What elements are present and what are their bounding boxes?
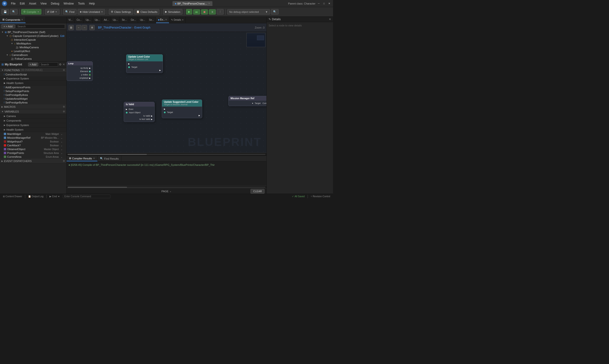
hide-unrelated-dropdown-icon[interactable]: ▼ (101, 11, 103, 13)
variables-section-header[interactable]: ▼ VARIABLES ⊕ (0, 109, 66, 114)
menu-edit[interactable]: Edit (18, 1, 27, 6)
components-add-button[interactable]: + + Add (1, 24, 15, 28)
cmd-dropdown-icon[interactable]: ▼ (58, 195, 60, 198)
var-widget-input[interactable]: WidgetInput? Boolean ⌄ (0, 140, 66, 143)
health-system-header[interactable]: ▶ Health System (0, 81, 66, 85)
stop-button[interactable]: ⏹ (201, 9, 208, 14)
bottom-scroll-thumb[interactable] (67, 187, 127, 188)
canvas-tab-up3[interactable]: Up... (111, 17, 120, 23)
debug-browse-button[interactable]: 🔍 (271, 9, 279, 14)
func-setup-prestige-points[interactable]: f SetupPrestigePoints (0, 89, 66, 93)
var-dropdown-icon[interactable]: ⌄ (61, 144, 63, 147)
menu-asset[interactable]: Asset (27, 1, 38, 6)
menu-debug[interactable]: Debug (49, 1, 61, 6)
tree-item-capsule[interactable]: ▼ ⬡ Capsule Component (CollisionCylinder… (0, 34, 66, 38)
var-dropdown-icon[interactable]: ⌄ (61, 137, 63, 139)
find-results-tab[interactable]: 🔍 Find Results (98, 156, 121, 161)
func-set-prestige-by-area[interactable]: f SetPrestigeByArea (0, 101, 66, 104)
my-blueprint-close[interactable]: ✕ (63, 63, 65, 66)
canvas-tab-details[interactable]: ✎ Details ✕ (169, 17, 186, 23)
var-current-area[interactable]: CurrentArea Enum Areas ⌄ (0, 155, 66, 159)
components-tab[interactable]: ⊞ Components ✕ (0, 17, 26, 23)
blueprint-map-button[interactable]: ⊞ (90, 25, 95, 30)
blueprint-settings-icon[interactable]: ⚙ (59, 63, 62, 66)
my-blueprint-add-button[interactable]: + Add (28, 63, 38, 66)
functions-add-icon[interactable]: ⊕ (63, 68, 65, 72)
debug-object-dropdown[interactable]: No debug object selected ▼ (227, 9, 270, 14)
menu-help[interactable]: Help (87, 1, 97, 6)
tree-item-interaction-capsule[interactable]: ⬡ InteractionCapsule (0, 38, 66, 42)
revision-control-button[interactable]: ⑂ Revision Control (310, 195, 331, 198)
var-dropdown-icon[interactable]: ⌄ (61, 156, 63, 158)
close-button[interactable]: ✕ (327, 2, 331, 5)
compiler-tab-close[interactable]: ✕ (93, 157, 95, 160)
my-blueprint-search-input[interactable] (39, 62, 58, 67)
update-suggested-node[interactable]: Update Suggested Level Color Target is M… (162, 99, 202, 118)
class-settings-button[interactable]: ⚙ Class Settings (109, 9, 133, 14)
canvas-horizontal-scrollbar[interactable] (67, 153, 266, 156)
bottom-scrollbar[interactable] (67, 186, 266, 188)
menu-file[interactable]: File (9, 1, 17, 6)
maximize-button[interactable]: □ (322, 2, 326, 5)
tree-item-camera-boom[interactable]: ▼ ↕ CameraBoom (0, 53, 66, 57)
func-get-prestige-by-area[interactable]: f GetPrestigeByArea (0, 93, 66, 97)
var-mission-manager-ref[interactable]: MissionManagerRef BP Mission Ma... ⌄ (0, 136, 66, 140)
details-close-button[interactable]: ✕ (329, 18, 331, 21)
mission-manager-node[interactable]: Mission Manager Ref ● Target Current... (228, 96, 266, 106)
save-status-button[interactable]: ✓ All Saved (291, 195, 305, 198)
canvas-tab-ad[interactable]: Ad... (102, 17, 111, 23)
var-prestige-points[interactable]: PrestigePoints Structure Area ⌄ (0, 151, 66, 155)
clear-button[interactable]: CLEAR (250, 189, 265, 194)
menu-tools[interactable]: Tools (76, 1, 87, 6)
experience-system-header[interactable]: ▶ Experience System (0, 76, 66, 81)
more-button[interactable]: ⋮ (217, 9, 224, 14)
class-defaults-button[interactable]: 📋 Class Defaults (134, 9, 160, 14)
canvas-tab-co[interactable]: Co... (75, 17, 84, 23)
is-valid-node[interactable]: Is Valid ▶ Exec Input Object Is Valid ▶ (124, 102, 155, 122)
canvas-tab-se1[interactable]: Se... (120, 17, 129, 23)
canvas-tab-up1[interactable]: Up... (84, 17, 93, 23)
var-components-group[interactable]: ▶ Components (0, 118, 66, 123)
partial-left-node[interactable]: Loop op Body ▶ Element y Index (67, 61, 93, 81)
tree-item-self[interactable]: ▼ ⊞ BP_ThirdPersonCharacter (Self) (0, 30, 66, 34)
var-dropdown-icon[interactable]: ⌄ (61, 133, 63, 135)
func-add-experience-points[interactable]: f AddExperiencePoints (0, 85, 66, 89)
compile-dropdown-icon[interactable]: ▼ (37, 11, 39, 13)
save-button[interactable]: 💾 (1, 9, 9, 14)
output-log-button[interactable]: 📋 Output Log (27, 195, 44, 198)
var-dropdown-icon[interactable]: ⌄ (61, 140, 63, 143)
event-dispatchers-add-icon[interactable]: ⊕ (63, 159, 65, 162)
breadcrumb-event-graph[interactable]: Event Graph (134, 26, 150, 29)
event-dispatchers-section-header[interactable]: ▶ EVENT DISPATCHERS ⊕ (0, 159, 66, 163)
diff-button[interactable]: ⇄ Diff ▼ (45, 9, 59, 14)
canvas-tab-se2[interactable]: Se... (147, 17, 156, 23)
var-dropdown-icon[interactable]: ⌄ (61, 152, 63, 154)
menu-view[interactable]: View (39, 1, 49, 6)
content-drawer-button[interactable]: ⊞ Content Drawer (2, 195, 23, 198)
console-command-input[interactable] (63, 195, 110, 198)
breadcrumb-character[interactable]: BP_ThirdPersonCharacter (98, 26, 131, 29)
update-level-color-node[interactable]: Update Level Color Target is Mission Lis… (126, 54, 163, 73)
find-button[interactable]: 🔍 Find (63, 9, 77, 14)
compile-button[interactable]: ⚙ Compile ▼ (21, 9, 41, 14)
tab-close-icon[interactable]: ✕ (208, 2, 210, 5)
tree-item-minimap-camera[interactable]: 🎥 MiniMapCamera (0, 45, 66, 49)
scroll-thumb[interactable] (67, 154, 147, 155)
cmd-button[interactable]: ▶ Cmd ▼ (49, 195, 61, 198)
func-construction-script[interactable]: f ConstructionScript (0, 73, 66, 76)
edit-link[interactable]: Edit (60, 35, 65, 37)
grid-toggle-button[interactable]: ⊞ (68, 25, 74, 30)
canvas-tab-up2[interactable]: Up... (93, 17, 102, 23)
canvas-tab-vi[interactable]: Vi... (67, 17, 75, 23)
variables-add-icon[interactable]: ⊕ (63, 110, 65, 113)
var-experience-group[interactable]: ▶ Experience System (0, 123, 66, 128)
ev-tab-close[interactable]: ✕ (165, 18, 167, 21)
canvas-tab-ev[interactable]: ◆ Ev... ✕ (156, 17, 169, 23)
tree-item-minimap-arm[interactable]: ▼ ↕ MiniMapArm (0, 42, 66, 45)
components-search-input[interactable] (16, 24, 65, 28)
hide-unrelated-button[interactable]: ◈ Hide Unrelated ▼ (78, 9, 105, 14)
canvas-area[interactable]: ⊞ ← → ⊞ BP_ThirdPersonCharacter › Event … (67, 23, 266, 156)
components-tab-close[interactable]: ✕ (21, 18, 23, 21)
tree-item-levelup-effect[interactable]: ✦ LevelUpEffect (0, 49, 66, 53)
var-health-group[interactable]: ▶ Health System (0, 128, 66, 132)
